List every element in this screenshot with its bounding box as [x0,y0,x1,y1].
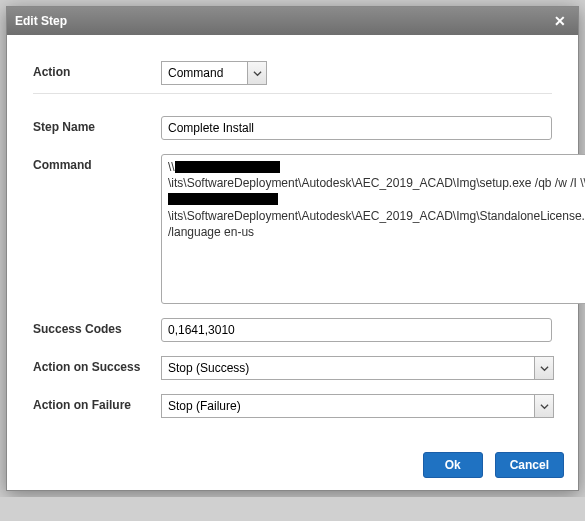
edit-step-dialog: Edit Step ✕ Action Command Step Name [6,6,579,491]
dialog-titlebar: Edit Step ✕ [7,7,578,35]
action-on-failure-select[interactable]: Stop (Failure) [162,395,534,417]
label-action-on-success: Action on Success [33,356,161,374]
cancel-button[interactable]: Cancel [495,452,564,478]
chevron-down-icon[interactable] [534,395,553,417]
label-action: Action [33,61,161,79]
row-step-name: Step Name [33,116,552,140]
close-icon[interactable]: ✕ [550,12,570,30]
action-select-wrap[interactable]: Command [161,61,267,85]
ok-button[interactable]: Ok [423,452,483,478]
label-command: Command [33,154,161,172]
label-success-codes: Success Codes [33,318,161,336]
success-codes-input[interactable] [161,318,552,342]
row-success-codes: Success Codes [33,318,552,342]
redacted-server-1 [175,161,280,173]
row-command: Command \\\its\SoftwareDeployment\Autode… [33,154,552,304]
redacted-server-2 [168,193,278,205]
action-on-success-select[interactable]: Stop (Success) [162,357,534,379]
label-action-on-failure: Action on Failure [33,394,161,412]
step-name-input[interactable] [161,116,552,140]
row-action-on-success: Action on Success Stop (Success) [33,356,552,380]
divider [33,93,552,94]
command-textarea[interactable]: \\\its\SoftwareDeployment\Autodesk\AEC_2… [161,154,585,304]
dialog-title: Edit Step [15,14,67,28]
dialog-buttons: Ok Cancel [7,442,578,490]
row-action: Action Command [33,61,552,85]
chevron-down-icon[interactable] [534,357,553,379]
dialog-body: Action Command Step Name Command [7,35,578,442]
label-step-name: Step Name [33,116,161,134]
row-action-on-failure: Action on Failure Stop (Failure) [33,394,552,418]
chevron-down-icon[interactable] [247,62,266,84]
action-select[interactable]: Command [162,62,247,84]
